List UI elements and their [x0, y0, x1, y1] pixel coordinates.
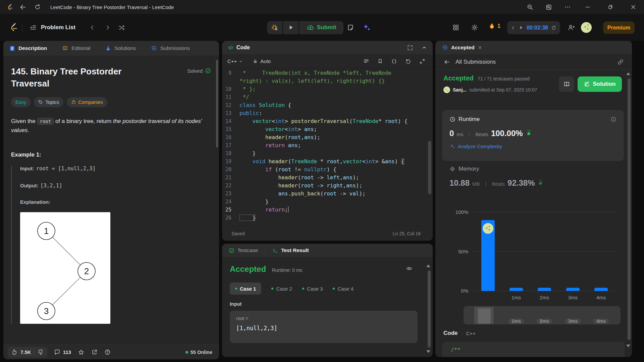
window-close-icon[interactable] [630, 4, 637, 10]
author-name[interactable]: Sanj... [453, 87, 467, 93]
code-line[interactable]: 11 */ [222, 93, 427, 101]
eye-icon[interactable] [406, 265, 413, 272]
runtime-distribution-bar[interactable] [594, 288, 608, 291]
streak-counter[interactable]: 1 [488, 22, 500, 30]
braces-icon[interactable] [391, 58, 397, 64]
run-button[interactable] [283, 21, 299, 34]
user-avatar[interactable] [581, 14, 592, 41]
runtime-distribution-bar[interactable] [538, 288, 551, 291]
copy-link-icon[interactable] [617, 59, 624, 65]
browser-reload-icon[interactable] [34, 4, 41, 10]
apps-grid-icon[interactable] [452, 14, 460, 41]
runtime-distribution-bar[interactable] [566, 288, 580, 291]
browser-more-icon[interactable] [564, 4, 571, 10]
thumbs-down-icon[interactable] [38, 349, 44, 355]
help-icon[interactable] [104, 349, 111, 355]
timer-reset-icon[interactable] [551, 25, 556, 31]
topics-badge[interactable]: Topics [34, 97, 63, 107]
thumbs-up-icon[interactable] [11, 349, 17, 355]
browser-back-icon[interactable] [19, 4, 26, 11]
problem-list-label[interactable]: Problem List [41, 14, 75, 41]
info-icon[interactable] [610, 116, 616, 122]
scroll-up-icon[interactable] [626, 72, 630, 75]
runtime-card[interactable]: Runtime 0 ms | Beats 100.00% Analyze [442, 110, 624, 161]
editor-scrollbar[interactable] [428, 141, 431, 194]
fullscreen-icon[interactable] [407, 45, 413, 51]
web-capture-icon[interactable] [545, 4, 552, 11]
testresult-scrollbar[interactable] [428, 270, 431, 348]
memory-section[interactable]: Memory 10.88 MB | Beats 92.38% [449, 166, 619, 188]
settings-gear-icon[interactable] [471, 14, 478, 41]
code-line[interactable]: 25 return; [222, 206, 427, 214]
auto-label[interactable]: Auto [260, 58, 271, 64]
prev-problem-icon[interactable] [89, 14, 95, 41]
format-code-icon[interactable] [363, 58, 369, 64]
code-line[interactable]: 15 vector<int> ans; [222, 125, 427, 133]
code-line[interactable]: 21 header(root -> left,ans); [222, 174, 427, 182]
maximize-editor-icon[interactable] [419, 58, 425, 64]
comments-counter[interactable]: 113 [54, 349, 71, 355]
code-line[interactable]: 24 } [222, 198, 427, 206]
case-tab-4[interactable]: Case 4 [333, 283, 354, 295]
scroll-down-icon[interactable] [426, 350, 430, 353]
window-minimize-icon[interactable] [584, 4, 591, 10]
favorite-star-icon[interactable] [78, 349, 85, 356]
debug-button[interactable] [267, 21, 282, 34]
window-restore-icon[interactable] [607, 4, 614, 10]
next-problem-icon[interactable] [105, 14, 111, 41]
code-line[interactable]: 16 header(root,ans); [222, 133, 427, 141]
back-arrow-icon[interactable] [443, 59, 450, 65]
shuffle-icon[interactable] [118, 14, 125, 41]
timer-play-icon[interactable] [519, 25, 524, 30]
tab-submissions[interactable]: Submissions [160, 45, 190, 51]
code-line[interactable]: 23 ans.push_back(root -> val); [222, 190, 427, 198]
collapse-panel-icon[interactable] [421, 45, 427, 51]
problem-list-panel-icon[interactable] [30, 14, 37, 41]
code-editor[interactable]: 9 * TreeNode(int x, TreeNode *left, Tree… [222, 68, 427, 225]
code-line[interactable]: 19 void header(TreeNode * root,vector<in… [222, 158, 427, 166]
case-tab-1[interactable]: Case 1 [230, 283, 261, 295]
code-line[interactable]: 10 * }; [222, 85, 427, 93]
code-line[interactable]: 12class Solution { [222, 101, 427, 109]
code-line[interactable]: 14 vector<int> postorderTraversal(TreeNo… [222, 117, 427, 125]
leetcode-logo[interactable] [9, 14, 18, 41]
language-selector[interactable]: C++ [227, 58, 243, 64]
difficulty-badge[interactable]: Easy [11, 97, 31, 107]
ai-sparkles-icon[interactable] [362, 14, 371, 41]
post-solution-button[interactable]: Solution [578, 76, 622, 92]
code-line[interactable]: *right) : val(x), left(left), right(righ… [222, 77, 427, 85]
code-line[interactable]: 20 if (root != nullptr) { [222, 166, 427, 174]
tab-test-result[interactable]: Test Result [281, 247, 309, 253]
code-line[interactable]: 22 header(root -> right,ans); [222, 182, 427, 190]
submission-tab-label[interactable]: Accepted [451, 45, 475, 51]
companies-badge[interactable]: Companies [67, 97, 107, 107]
code-line[interactable]: 9 * TreeNode(int x, TreeNode *left, Tree… [222, 69, 427, 77]
runtime-distribution-chart[interactable]: 0%50%100%1ms2ms3ms4ms1ms2ms3ms4ms [442, 201, 625, 328]
code-line[interactable]: 13public: [222, 109, 427, 117]
invite-user-icon[interactable] [568, 14, 575, 41]
case-tab-3[interactable]: Case 3 [302, 283, 323, 295]
share-icon[interactable] [91, 349, 98, 355]
zoom-out-icon[interactable] [527, 4, 534, 11]
tab-description[interactable]: Description [18, 45, 47, 51]
tab-solutions[interactable]: Solutions [114, 45, 136, 51]
scroll-up-icon[interactable] [426, 264, 430, 267]
timer-collapse-icon[interactable] [511, 25, 516, 30]
testcase-input-field[interactable]: root = [1,null,2,3] [230, 311, 418, 343]
description-scrollbar[interactable] [216, 60, 218, 147]
reset-code-icon[interactable] [405, 58, 411, 64]
submission-scrollbar[interactable] [628, 78, 631, 340]
submit-button[interactable]: Submit [299, 21, 343, 34]
runtime-distribution-bar[interactable] [509, 288, 523, 291]
close-tab-icon[interactable] [478, 45, 482, 50]
analyze-complexity-link[interactable]: Analyze Complexity [449, 143, 616, 149]
submitted-code-preview[interactable]: /** [442, 342, 625, 357]
bookmark-icon[interactable] [377, 58, 383, 64]
code-line[interactable]: 26 } [222, 214, 427, 222]
notes-icon[interactable] [347, 14, 354, 41]
case-tab-2[interactable]: Case 2 [271, 283, 292, 295]
scroll-down-icon[interactable] [626, 345, 630, 347]
tab-testcase[interactable]: Testcase [237, 247, 258, 253]
timer-widget[interactable]: 00:02:38 [507, 21, 560, 34]
premium-button[interactable]: Premium [603, 21, 635, 34]
